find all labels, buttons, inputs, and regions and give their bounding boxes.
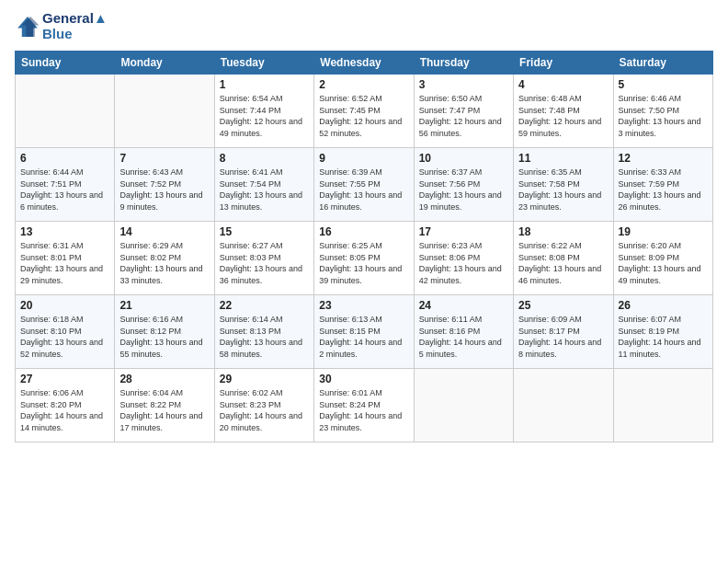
cell-info: Sunrise: 6:41 AM Sunset: 7:54 PM Dayligh… (220, 167, 309, 213)
calendar-cell: 29Sunrise: 6:02 AM Sunset: 8:23 PM Dayli… (214, 369, 313, 442)
cell-info: Sunrise: 6:06 AM Sunset: 8:20 PM Dayligh… (20, 387, 109, 433)
cell-info: Sunrise: 6:14 AM Sunset: 8:13 PM Dayligh… (220, 314, 309, 360)
calendar-cell: 23Sunrise: 6:13 AM Sunset: 8:15 PM Dayli… (314, 295, 414, 369)
day-number: 16 (319, 225, 408, 238)
weekday-header-tuesday: Tuesday (214, 52, 313, 75)
day-number: 19 (619, 225, 708, 238)
logo-text: General▲ Blue (42, 11, 108, 41)
cell-info: Sunrise: 6:13 AM Sunset: 8:15 PM Dayligh… (319, 314, 408, 360)
calendar-cell: 5Sunrise: 6:46 AM Sunset: 7:50 PM Daylig… (613, 75, 712, 148)
calendar-cell: 15Sunrise: 6:27 AM Sunset: 8:03 PM Dayli… (214, 222, 313, 295)
day-number: 8 (220, 152, 309, 165)
weekday-header-saturday: Saturday (613, 52, 712, 75)
calendar-cell: 9Sunrise: 6:39 AM Sunset: 7:55 PM Daylig… (314, 148, 414, 222)
week-row-3: 13Sunrise: 6:31 AM Sunset: 8:01 PM Dayli… (16, 222, 713, 295)
day-number: 5 (619, 78, 708, 91)
day-number: 3 (419, 78, 508, 91)
day-number: 13 (20, 225, 109, 238)
weekday-header-sunday: Sunday (16, 52, 115, 75)
day-number: 1 (220, 78, 309, 91)
week-row-4: 20Sunrise: 6:18 AM Sunset: 8:10 PM Dayli… (16, 295, 713, 369)
cell-info: Sunrise: 6:16 AM Sunset: 8:12 PM Dayligh… (119, 314, 209, 360)
cell-info: Sunrise: 6:39 AM Sunset: 7:55 PM Dayligh… (319, 167, 408, 213)
calendar-cell (514, 369, 613, 442)
weekday-header-friday: Friday (514, 52, 613, 75)
page-header: General▲ Blue (15, 11, 713, 41)
cell-info: Sunrise: 6:54 AM Sunset: 7:44 PM Dayligh… (220, 93, 309, 139)
day-number: 11 (518, 152, 608, 165)
cell-info: Sunrise: 6:22 AM Sunset: 8:08 PM Dayligh… (518, 240, 608, 286)
calendar-cell: 7Sunrise: 6:43 AM Sunset: 7:52 PM Daylig… (115, 148, 214, 222)
day-number: 28 (119, 373, 209, 385)
day-number: 20 (20, 299, 109, 312)
day-number: 10 (419, 152, 508, 165)
calendar-cell: 11Sunrise: 6:35 AM Sunset: 7:58 PM Dayli… (514, 148, 613, 222)
calendar-cell: 4Sunrise: 6:48 AM Sunset: 7:48 PM Daylig… (514, 75, 613, 148)
cell-info: Sunrise: 6:04 AM Sunset: 8:22 PM Dayligh… (119, 387, 209, 433)
calendar-cell: 2Sunrise: 6:52 AM Sunset: 7:45 PM Daylig… (314, 75, 414, 148)
calendar-cell: 22Sunrise: 6:14 AM Sunset: 8:13 PM Dayli… (214, 295, 313, 369)
cell-info: Sunrise: 6:23 AM Sunset: 8:06 PM Dayligh… (419, 240, 508, 286)
calendar-cell: 16Sunrise: 6:25 AM Sunset: 8:05 PM Dayli… (314, 222, 414, 295)
day-number: 24 (419, 299, 508, 312)
calendar-cell: 27Sunrise: 6:06 AM Sunset: 8:20 PM Dayli… (16, 369, 115, 442)
calendar-cell: 25Sunrise: 6:09 AM Sunset: 8:17 PM Dayli… (514, 295, 613, 369)
cell-info: Sunrise: 6:11 AM Sunset: 8:16 PM Dayligh… (419, 314, 508, 360)
calendar-cell (16, 75, 115, 148)
calendar-cell: 20Sunrise: 6:18 AM Sunset: 8:10 PM Dayli… (16, 295, 115, 369)
day-number: 18 (518, 225, 608, 238)
cell-info: Sunrise: 6:31 AM Sunset: 8:01 PM Dayligh… (20, 240, 109, 286)
cell-info: Sunrise: 6:43 AM Sunset: 7:52 PM Dayligh… (119, 167, 209, 213)
day-number: 22 (220, 299, 309, 312)
day-number: 12 (619, 152, 708, 165)
calendar-cell: 10Sunrise: 6:37 AM Sunset: 7:56 PM Dayli… (414, 148, 513, 222)
calendar-cell: 17Sunrise: 6:23 AM Sunset: 8:06 PM Dayli… (414, 222, 513, 295)
weekday-header-wednesday: Wednesday (314, 52, 414, 75)
day-number: 14 (119, 225, 209, 238)
day-number: 17 (419, 225, 508, 238)
cell-info: Sunrise: 6:25 AM Sunset: 8:05 PM Dayligh… (319, 240, 408, 286)
weekday-header-monday: Monday (115, 52, 214, 75)
day-number: 27 (20, 373, 109, 385)
calendar-cell: 12Sunrise: 6:33 AM Sunset: 7:59 PM Dayli… (613, 148, 712, 222)
day-number: 6 (20, 152, 109, 165)
logo-icon (15, 14, 40, 40)
cell-info: Sunrise: 6:20 AM Sunset: 8:09 PM Dayligh… (619, 240, 708, 286)
calendar-cell: 14Sunrise: 6:29 AM Sunset: 8:02 PM Dayli… (115, 222, 214, 295)
cell-info: Sunrise: 6:50 AM Sunset: 7:47 PM Dayligh… (419, 93, 508, 139)
cell-info: Sunrise: 6:44 AM Sunset: 7:51 PM Dayligh… (20, 167, 109, 213)
cell-info: Sunrise: 6:27 AM Sunset: 8:03 PM Dayligh… (220, 240, 309, 286)
calendar-cell: 24Sunrise: 6:11 AM Sunset: 8:16 PM Dayli… (414, 295, 513, 369)
cell-info: Sunrise: 6:29 AM Sunset: 8:02 PM Dayligh… (119, 240, 209, 286)
day-number: 26 (619, 299, 708, 312)
calendar-cell: 13Sunrise: 6:31 AM Sunset: 8:01 PM Dayli… (16, 222, 115, 295)
weekday-header-row: SundayMondayTuesdayWednesdayThursdayFrid… (16, 52, 713, 75)
calendar-cell: 28Sunrise: 6:04 AM Sunset: 8:22 PM Dayli… (115, 369, 214, 442)
week-row-5: 27Sunrise: 6:06 AM Sunset: 8:20 PM Dayli… (16, 369, 713, 442)
calendar-cell: 30Sunrise: 6:01 AM Sunset: 8:24 PM Dayli… (314, 369, 414, 442)
day-number: 9 (319, 152, 408, 165)
cell-info: Sunrise: 6:52 AM Sunset: 7:45 PM Dayligh… (319, 93, 408, 139)
calendar-cell: 3Sunrise: 6:50 AM Sunset: 7:47 PM Daylig… (414, 75, 513, 148)
day-number: 4 (518, 78, 608, 91)
day-number: 23 (319, 299, 408, 312)
cell-info: Sunrise: 6:37 AM Sunset: 7:56 PM Dayligh… (419, 167, 508, 213)
calendar-cell (414, 369, 513, 442)
calendar-cell: 18Sunrise: 6:22 AM Sunset: 8:08 PM Dayli… (514, 222, 613, 295)
day-number: 25 (518, 299, 608, 312)
day-number: 29 (220, 373, 309, 385)
calendar-table: SundayMondayTuesdayWednesdayThursdayFrid… (15, 51, 713, 442)
calendar-cell: 1Sunrise: 6:54 AM Sunset: 7:44 PM Daylig… (214, 75, 313, 148)
calendar-cell: 26Sunrise: 6:07 AM Sunset: 8:19 PM Dayli… (613, 295, 712, 369)
cell-info: Sunrise: 6:46 AM Sunset: 7:50 PM Dayligh… (619, 93, 708, 139)
calendar-cell: 19Sunrise: 6:20 AM Sunset: 8:09 PM Dayli… (613, 222, 712, 295)
cell-info: Sunrise: 6:35 AM Sunset: 7:58 PM Dayligh… (518, 167, 608, 213)
calendar-cell (115, 75, 214, 148)
day-number: 7 (119, 152, 209, 165)
cell-info: Sunrise: 6:09 AM Sunset: 8:17 PM Dayligh… (518, 314, 608, 360)
calendar-cell: 8Sunrise: 6:41 AM Sunset: 7:54 PM Daylig… (214, 148, 313, 222)
day-number: 30 (319, 373, 408, 385)
day-number: 21 (119, 299, 209, 312)
cell-info: Sunrise: 6:33 AM Sunset: 7:59 PM Dayligh… (619, 167, 708, 213)
calendar-cell: 6Sunrise: 6:44 AM Sunset: 7:51 PM Daylig… (16, 148, 115, 222)
